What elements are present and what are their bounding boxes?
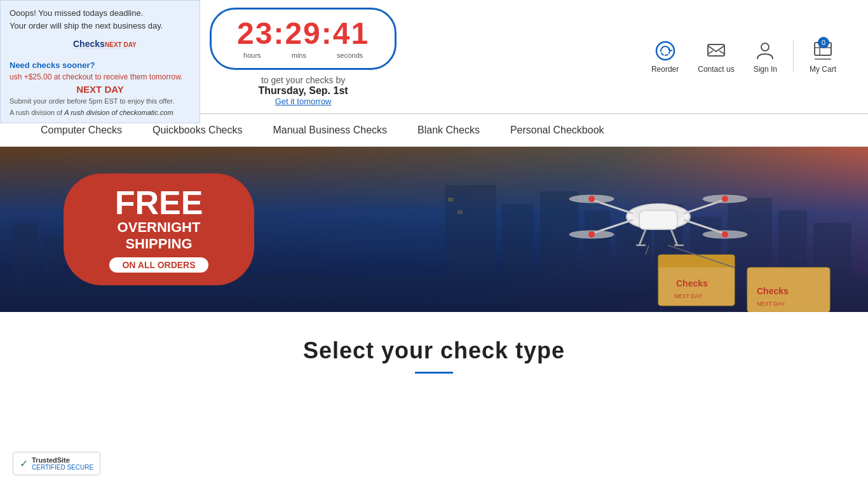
nav-link-personal-checkbook[interactable]: Personal Checkbook [495,114,620,146]
missed-deadline-text: Ooops! You missed todays deadline. Your … [10,7,191,32]
svg-rect-33 [658,255,735,268]
svg-line-42 [639,229,646,245]
contact-icon [705,39,728,62]
free-text: FREE [95,186,222,219]
mins-label: mins [292,51,306,59]
contact-button[interactable]: Contact us [691,39,740,74]
countdown-date: Thursday, Sep. 1st [259,85,348,97]
select-title: Select your check type [13,337,855,364]
hero-content: FREE OVERNIGHTSHIPPING ON ALL ORDERS [0,173,254,286]
checkomatic-link[interactable]: A rush division of checkomatic.com [64,109,173,116]
svg-text:NEXT DAY: NEXT DAY [105,41,137,48]
cart-icon: 0 [811,39,834,62]
nav-item-blank-checks[interactable]: Blank Checks [402,114,495,146]
free-shipping-badge: FREE OVERNIGHTSHIPPING ON ALL ORDERS [64,173,254,286]
footer-rush-text: A rush division of A rush division of ch… [10,109,191,116]
nav-link-manual-business-checks[interactable]: Manual Business Checks [257,114,402,146]
notification-bar: Ooops! You missed todays deadline. Your … [0,0,200,123]
header-actions: Reorder Contact us Sign In [645,39,843,74]
seconds-label: seconds [337,51,363,59]
cart-button[interactable]: 0 My Cart [803,39,843,74]
svg-line-43 [671,229,677,245]
header-divider [793,41,794,72]
hours-label: hours [243,51,261,59]
countdown-sub: to get your checks by [261,75,345,85]
drone-illustration: Checks NEXT DAY Checks NEXT DAY [436,153,868,312]
contact-label: Contact us [698,65,734,74]
svg-point-7 [761,43,769,51]
cart-count: 0 [818,37,829,48]
countdown-time: 23:29:41 [237,18,369,49]
overnight-shipping-text: OVERNIGHTSHIPPING [95,219,222,253]
nav-link-blank-checks[interactable]: Blank Checks [402,114,495,146]
reorder-icon [654,39,677,62]
select-underline [415,372,453,374]
signin-label: Sign In [754,65,777,74]
next-day-badge: NEXT DAY [10,84,191,95]
cart-label: My Cart [810,65,836,74]
user-icon [754,39,776,62]
countdown-container: 23:29:41 hours mins seconds to get your … [210,8,397,106]
svg-text:Checks: Checks [676,278,708,288]
hero-banner: FREE OVERNIGHTSHIPPING ON ALL ORDERS Che… [0,147,868,312]
reorder-button[interactable]: Reorder [645,39,685,74]
reorder-label: Reorder [651,65,679,74]
on-all-orders-text: ON ALL ORDERS [109,257,208,273]
rush-text: ush +$25.00 at checkout to receive them … [10,72,191,81]
submit-text: Submit your order before 5pm EST to enjo… [10,97,191,105]
svg-text:NEXT DAY: NEXT DAY [674,293,702,299]
drone-svg: Checks NEXT DAY Checks NEXT DAY [436,153,868,312]
svg-point-55 [722,196,728,202]
countdown-timer: 23:29:41 hours mins seconds [210,8,397,70]
get-tomorrow-link[interactable]: Get it tomorrow [275,97,332,106]
svg-text:NEXT DAY: NEXT DAY [757,301,785,307]
svg-line-6 [719,51,724,54]
svg-text:Checks: Checks [757,286,789,296]
svg-point-56 [588,231,595,238]
svg-rect-41 [639,210,677,229]
select-section: Select your check type [0,312,868,386]
need-checks-text: Need checks sooner? [10,60,191,70]
checks-nextday-logo: Checks NEXT DAY [72,36,129,53]
svg-point-54 [588,196,595,202]
svg-line-5 [708,51,713,54]
svg-line-58 [646,245,649,255]
signin-button[interactable]: Sign In [747,39,783,74]
svg-text:Checks: Checks [73,39,105,49]
nav-item-manual-business-checks[interactable]: Manual Business Checks [257,114,402,146]
nav-item-personal-checkbook[interactable]: Personal Checkbook [495,114,620,146]
svg-rect-4 [708,44,724,56]
svg-point-57 [722,231,728,238]
countdown-labels: hours mins seconds [237,51,369,59]
